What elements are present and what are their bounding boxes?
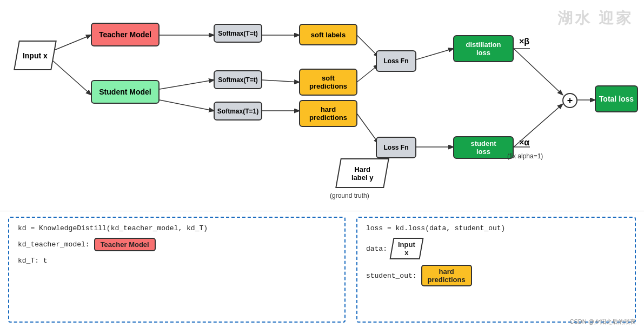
code-right-line-1: loss = kd.loss(data, student_out) [366, 224, 626, 232]
inline-hard-pred: hard predictions [421, 265, 472, 286]
svg-line-11 [411, 49, 453, 61]
alpha-label: ×α [519, 138, 529, 148]
svg-line-13 [514, 49, 562, 95]
svg-line-0 [51, 35, 91, 51]
student-loss-node: student loss [453, 136, 514, 159]
svg-line-6 [160, 100, 214, 111]
svg-line-9 [357, 65, 379, 82]
student-model-node: Student Model [91, 80, 160, 104]
code-right-line-2: data: Input x [366, 238, 626, 259]
ground-truth-label: (ground truth) [330, 192, 369, 199]
teacher-model-label: Teacher Model [99, 30, 151, 39]
soft-labels-node: soft labels [299, 24, 357, 45]
loss-fn-bottom-node: Loss Fn [376, 137, 416, 158]
hard-predictions-node: hard predictions [299, 100, 357, 127]
hard-label-inner: Hard label y [351, 165, 373, 182]
softmax-teacher-label: Softmax(T=t) [218, 30, 258, 37]
code-line-2: kd_teacher_model: Teacher Model [18, 238, 336, 251]
svg-line-7 [262, 80, 299, 82]
code-box-right: loss = kd.loss(data, student_out) data: … [356, 217, 636, 323]
code-area: kd = KnowledgeDistill(kd_teacher_model, … [0, 211, 644, 328]
inline-input-node: Input x [389, 238, 423, 259]
teacher-model-node: Teacher Model [91, 23, 160, 46]
svg-line-1 [51, 59, 91, 95]
fix-alpha-label: (fix alpha=1) [507, 152, 543, 160]
total-loss-node: Total loss [595, 85, 638, 112]
svg-line-5 [160, 80, 214, 89]
softmax-student-1-node: Softmax(T=1) [214, 102, 262, 121]
svg-line-4 [357, 35, 379, 57]
softmax-student-1-label: Softmax(T=1) [217, 108, 258, 115]
hard-predictions-label: hard predictions [309, 105, 347, 122]
soft-predictions-label: soft predictions [309, 74, 347, 90]
beta-label: ×β [519, 37, 529, 46]
softmax-teacher-node: Softmax(T=t) [214, 24, 262, 43]
student-model-label: Student Model [99, 88, 151, 96]
total-loss-label: Total loss [599, 95, 634, 103]
softmax-student-t-label: Softmax(T=t) [218, 76, 258, 84]
distillation-loss-node: distillation loss [453, 35, 514, 62]
code-right-line-3: student_out: hard predictions [366, 265, 626, 286]
svg-line-10 [357, 113, 379, 143]
soft-labels-label: soft labels [311, 31, 346, 39]
plus-label: + [567, 95, 573, 106]
watermark: 湖水 迎家 [557, 8, 633, 29]
code-line-3: kd_T: t [18, 257, 336, 265]
csdn-footer: CSDN @夕阳之后的黑夜 [570, 318, 636, 326]
softmax-student-t-node: Softmax(T=t) [214, 70, 262, 89]
distillation-loss-label: distillation loss [466, 41, 501, 57]
input-label: Input x [23, 51, 48, 60]
loss-fn-top-label: Loss Fn [383, 57, 408, 65]
inline-teacher-model: Teacher Model [94, 238, 156, 251]
loss-fn-bottom-label: Loss Fn [383, 144, 408, 151]
soft-predictions-node: soft predictions [299, 69, 357, 96]
code-box-left: kd = KnowledgeDistill(kd_teacher_model, … [8, 217, 346, 323]
hard-label-node: Hard label y [335, 158, 389, 188]
student-loss-label: student loss [471, 139, 496, 156]
input-node: Input x [14, 41, 57, 70]
loss-fn-top-node: Loss Fn [376, 50, 416, 72]
diagram: Input x Teacher Model Student Model Soft… [0, 0, 644, 211]
plus-circle: + [562, 93, 577, 108]
code-line-1: kd = KnowledgeDistill(kd_teacher_model, … [18, 224, 336, 232]
